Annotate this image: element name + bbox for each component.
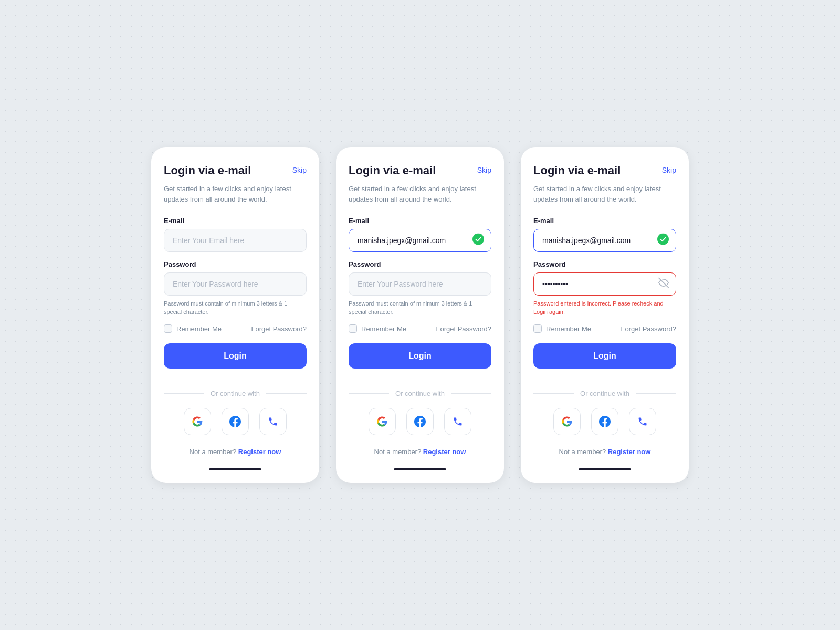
- email-label: E-mail: [533, 217, 676, 225]
- login-button[interactable]: Login: [164, 343, 307, 369]
- email-valid-icon: [657, 234, 669, 248]
- google-login-button[interactable]: [184, 408, 211, 435]
- login-card-2: Login via e-mail Skip Get started in a f…: [336, 147, 504, 483]
- email-input-wrapper: [164, 229, 307, 252]
- login-card-1: Login via e-mail Skip Get started in a f…: [151, 147, 319, 483]
- divider-left: [349, 393, 389, 394]
- password-hint: Password must contain of minimum 3 lette…: [349, 300, 491, 316]
- card-title: Login via e-mail: [533, 164, 621, 177]
- password-hint: Password must contain of minimum 3 lette…: [164, 300, 307, 316]
- register-row: Not a member? Register now: [533, 448, 676, 456]
- password-input-wrapper: [349, 272, 491, 296]
- forget-password-link[interactable]: Forget Password?: [436, 325, 492, 333]
- divider-right: [266, 393, 307, 394]
- password-toggle-icon[interactable]: [658, 278, 669, 291]
- home-indicator-bar: [394, 468, 446, 470]
- remember-me-label[interactable]: Remember Me: [164, 324, 222, 333]
- options-row: Remember Me Forget Password?: [533, 324, 676, 333]
- divider-text: Or continue with: [580, 390, 629, 397]
- card-subtitle: Get started in a few clicks and enjoy la…: [164, 184, 307, 204]
- divider-row: Or continue with: [164, 390, 307, 397]
- login-button[interactable]: Login: [533, 343, 676, 369]
- svg-point-1: [657, 234, 669, 245]
- remember-me-text: Remember Me: [546, 325, 591, 333]
- password-input-wrapper: [164, 272, 307, 296]
- facebook-login-button[interactable]: [591, 408, 618, 435]
- remember-me-checkbox[interactable]: [533, 324, 542, 333]
- remember-me-checkbox[interactable]: [164, 324, 172, 333]
- divider-right: [451, 393, 491, 394]
- register-row: Not a member? Register now: [164, 448, 307, 456]
- register-row: Not a member? Register now: [349, 448, 491, 456]
- social-buttons-row: [533, 408, 676, 435]
- forget-password-link[interactable]: Forget Password?: [251, 325, 307, 333]
- home-indicator-bar: [579, 468, 631, 470]
- phone-login-button[interactable]: [629, 408, 656, 435]
- facebook-login-button[interactable]: [222, 408, 249, 435]
- card-header: Login via e-mail Skip: [349, 164, 491, 177]
- email-input-wrapper: [533, 229, 676, 252]
- register-now-link[interactable]: Register now: [423, 448, 466, 456]
- social-buttons-row: [164, 408, 307, 435]
- remember-me-label[interactable]: Remember Me: [533, 324, 591, 333]
- email-field-group: E-mail: [349, 217, 491, 252]
- password-label: Password: [533, 260, 676, 268]
- facebook-login-button[interactable]: [406, 408, 434, 435]
- phone-login-button[interactable]: [444, 408, 471, 435]
- divider-left: [164, 393, 204, 394]
- card-title: Login via e-mail: [349, 164, 436, 177]
- card-header: Login via e-mail Skip: [164, 164, 307, 177]
- password-input[interactable]: [349, 272, 491, 296]
- password-label: Password: [164, 260, 307, 268]
- remember-me-label[interactable]: Remember Me: [349, 324, 406, 333]
- email-field-group: E-mail: [533, 217, 676, 252]
- register-now-link[interactable]: Register now: [238, 448, 281, 456]
- password-input[interactable]: [533, 272, 676, 296]
- svg-point-0: [472, 234, 484, 245]
- not-member-text: Not a member?: [374, 448, 423, 456]
- password-label: Password: [349, 260, 491, 268]
- password-field-group: Password Password must contain of minimu…: [349, 260, 491, 316]
- email-input-wrapper: [349, 229, 491, 252]
- divider-left: [533, 393, 574, 394]
- google-login-button[interactable]: [553, 408, 581, 435]
- phone-login-button[interactable]: [259, 408, 287, 435]
- card-subtitle: Get started in a few clicks and enjoy la…: [349, 184, 491, 204]
- email-input[interactable]: [533, 229, 676, 252]
- cards-container: Login via e-mail Skip Get started in a f…: [151, 147, 689, 483]
- card-header: Login via e-mail Skip: [533, 164, 676, 177]
- remember-me-checkbox[interactable]: [349, 324, 357, 333]
- skip-link[interactable]: Skip: [662, 166, 676, 174]
- card-subtitle: Get started in a few clicks and enjoy la…: [533, 184, 676, 204]
- social-buttons-row: [349, 408, 491, 435]
- options-row: Remember Me Forget Password?: [349, 324, 491, 333]
- options-row: Remember Me Forget Password?: [164, 324, 307, 333]
- not-member-text: Not a member?: [190, 448, 238, 456]
- email-field-group: E-mail: [164, 217, 307, 252]
- not-member-text: Not a member?: [559, 448, 608, 456]
- register-now-link[interactable]: Register now: [608, 448, 651, 456]
- email-label: E-mail: [349, 217, 491, 225]
- google-login-button[interactable]: [369, 408, 396, 435]
- password-field-group: Password Password must contain of minimu…: [164, 260, 307, 316]
- password-field-group: Password Password entered is incorrect. …: [533, 260, 676, 316]
- skip-link[interactable]: Skip: [477, 166, 491, 174]
- remember-me-text: Remember Me: [176, 325, 222, 333]
- divider-right: [636, 393, 676, 394]
- password-input[interactable]: [164, 272, 307, 296]
- login-card-3: Login via e-mail Skip Get started in a f…: [521, 147, 689, 483]
- forget-password-link[interactable]: Forget Password?: [621, 325, 677, 333]
- email-input[interactable]: [164, 229, 307, 252]
- remember-me-text: Remember Me: [361, 325, 406, 333]
- home-indicator-bar: [209, 468, 261, 470]
- divider-row: Or continue with: [533, 390, 676, 397]
- divider-text: Or continue with: [211, 390, 260, 397]
- password-input-wrapper: [533, 272, 676, 296]
- login-button[interactable]: Login: [349, 343, 491, 369]
- error-message: Password entered is incorrect. Please re…: [533, 300, 676, 316]
- skip-link[interactable]: Skip: [292, 166, 307, 174]
- email-input[interactable]: [349, 229, 491, 252]
- divider-row: Or continue with: [349, 390, 491, 397]
- divider-text: Or continue with: [395, 390, 445, 397]
- email-label: E-mail: [164, 217, 307, 225]
